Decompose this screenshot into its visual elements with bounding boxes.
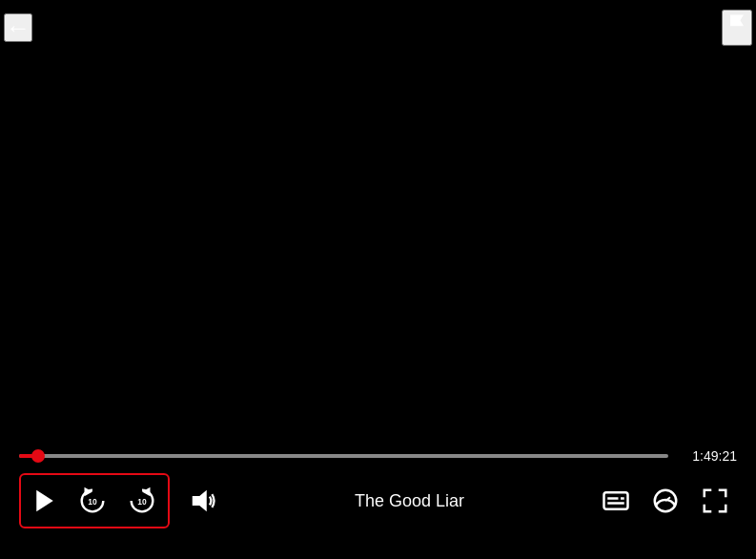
speed-button[interactable] — [644, 481, 687, 521]
svg-marker-1 — [85, 487, 93, 496]
play-icon — [31, 487, 59, 515]
subtitles-button[interactable] — [594, 481, 638, 521]
svg-text:10: 10 — [137, 497, 147, 507]
progress-bar-container: 1:49:21 — [15, 435, 741, 473]
play-button[interactable] — [23, 481, 67, 521]
top-bar: ← — [0, 0, 756, 46]
svg-marker-5 — [193, 490, 207, 512]
svg-rect-6 — [604, 492, 628, 509]
svg-marker-3 — [142, 487, 151, 496]
controls-container: 1:49:21 10 — [0, 435, 756, 559]
progress-track[interactable] — [19, 454, 668, 458]
bottom-controls: 10 10 The Good Liar — [15, 473, 741, 528]
skip-back-icon: 10 — [76, 485, 109, 517]
back-button[interactable]: ← — [4, 13, 32, 42]
fullscreen-icon — [701, 487, 729, 515]
highlighted-controls-group: 10 10 — [19, 473, 170, 528]
subtitles-icon — [602, 487, 630, 515]
progress-thumb — [31, 449, 45, 463]
fullscreen-button[interactable] — [693, 481, 737, 521]
skip-forward-icon: 10 — [126, 485, 158, 517]
right-controls — [594, 481, 737, 521]
time-display: 1:49:21 — [680, 448, 737, 464]
volume-icon — [189, 487, 217, 515]
speed-icon — [651, 487, 680, 515]
svg-marker-0 — [36, 490, 53, 512]
video-area — [0, 46, 756, 481]
flag-button[interactable] — [722, 10, 752, 46]
movie-title: The Good Liar — [225, 491, 594, 511]
skip-forward-button[interactable]: 10 — [118, 479, 166, 523]
svg-text:10: 10 — [88, 497, 97, 507]
skip-back-button[interactable]: 10 — [69, 479, 116, 523]
volume-button[interactable] — [181, 481, 225, 521]
flag-icon — [724, 11, 750, 38]
